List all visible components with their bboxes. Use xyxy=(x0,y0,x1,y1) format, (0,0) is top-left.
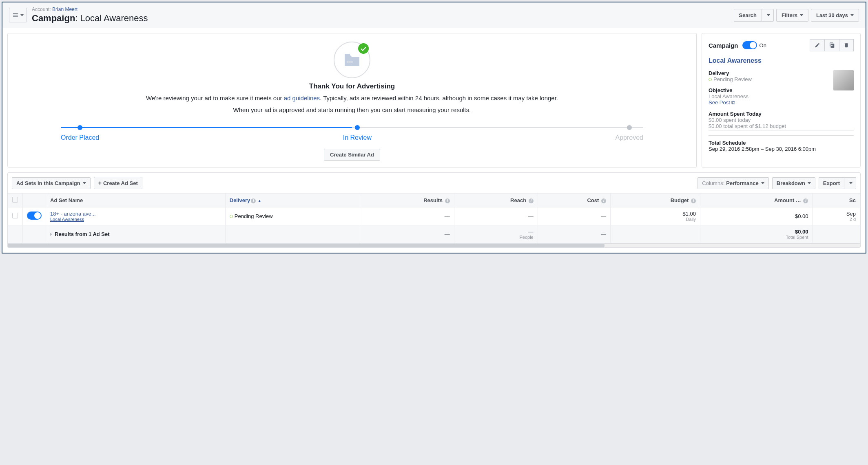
info-icon: i xyxy=(251,198,256,203)
col-budget[interactable]: Budget i xyxy=(610,194,700,207)
spent-total: $0.00 total spent of $1.12 budget xyxy=(709,123,854,130)
svg-rect-0 xyxy=(13,13,17,13)
sort-up-icon: ▲ xyxy=(257,198,261,203)
edit-button[interactable] xyxy=(810,39,824,51)
thank-you-title: Thank You for Advertising xyxy=(20,82,684,90)
col-delivery[interactable]: Deliveryi▲ xyxy=(225,194,362,207)
step-order-placed: Order Placed xyxy=(61,125,99,141)
export-button[interactable]: Export xyxy=(819,177,844,189)
columns-dropdown[interactable]: Columns:Performance xyxy=(698,177,768,189)
adsets-dropdown[interactable]: Ad Sets in this Campaign xyxy=(12,177,91,189)
caret-down-icon xyxy=(767,14,770,16)
summary-results: — xyxy=(362,225,454,243)
info-icon: i xyxy=(601,198,606,203)
row-amount: $0.00 xyxy=(700,207,813,225)
campaign-status: On xyxy=(760,42,766,48)
check-badge-icon xyxy=(358,43,369,54)
export-dropdown[interactable] xyxy=(844,177,856,189)
side-campaign-label: Campaign xyxy=(709,42,738,49)
search-button[interactable]: Search xyxy=(734,9,762,22)
caret-down-icon xyxy=(850,14,854,16)
campaign-side-panel: Campaign On Local Awareness Delivery Pen… xyxy=(702,33,861,167)
row-schedule: Sep2 d xyxy=(813,207,860,225)
external-icon: ⧉ xyxy=(731,99,735,106)
see-post-link[interactable]: See Post ⧉ xyxy=(709,99,735,106)
col-cost[interactable]: Cost i xyxy=(538,194,610,207)
svg-point-3 xyxy=(17,13,18,14)
campaign-name-link[interactable]: Local Awareness xyxy=(709,57,854,64)
caret-down-icon xyxy=(83,182,86,184)
menu-button[interactable] xyxy=(9,8,27,22)
adset-table: Ad Set Name Deliveryi▲ Results i Reach i… xyxy=(8,193,860,243)
col-results[interactable]: Results i xyxy=(362,194,454,207)
review-panel: Thank You for Advertising We're reviewin… xyxy=(7,33,697,167)
info-icon: i xyxy=(803,198,808,203)
adset-name-link[interactable]: 18+ - arizona ave... xyxy=(50,211,96,217)
spent-today: $0.00 spent today xyxy=(709,117,854,123)
svg-point-4 xyxy=(17,15,18,15)
caret-down-icon xyxy=(761,182,764,184)
delivery-value: Pending Review xyxy=(709,76,854,82)
row-cost: — xyxy=(538,207,610,225)
summary-label[interactable]: Results from 1 Ad Set xyxy=(46,225,226,243)
row-reach: — xyxy=(454,207,538,225)
info-icon: i xyxy=(691,198,696,203)
trash-icon xyxy=(844,42,849,48)
objective-label: Objective xyxy=(709,87,854,93)
campaign-toggle[interactable] xyxy=(742,41,757,49)
table-row: 18+ - arizona ave... Local Awareness Pen… xyxy=(8,207,860,225)
caret-down-icon xyxy=(20,14,24,16)
breakdown-dropdown[interactable]: Breakdown xyxy=(772,177,815,189)
folder-icon xyxy=(344,53,360,67)
step-in-review: In Review xyxy=(343,125,372,141)
col-schedule[interactable]: Sc xyxy=(813,194,860,207)
create-similar-ad-button[interactable]: Create Similar Ad xyxy=(324,149,380,161)
col-amount[interactable]: Amount … i xyxy=(700,194,813,207)
col-name[interactable]: Ad Set Name xyxy=(46,194,226,207)
progress-bar: Order Placed In Review Approved xyxy=(61,125,643,141)
delete-button[interactable] xyxy=(839,39,854,51)
row-delivery: Pending Review xyxy=(225,207,362,225)
svg-point-8 xyxy=(352,62,353,63)
row-toggle[interactable] xyxy=(27,212,42,220)
svg-rect-1 xyxy=(13,15,17,15)
create-adset-button[interactable]: +Create Ad Set xyxy=(94,177,142,189)
schedule-value: Sep 29, 2016 2:58pm – Sep 30, 2016 6:00p… xyxy=(709,146,854,152)
campaign-thumbnail xyxy=(833,70,854,90)
info-icon: i xyxy=(445,198,450,203)
info-icon: i xyxy=(529,198,534,203)
ad-guidelines-link[interactable]: ad guidelines xyxy=(284,95,320,101)
top-bar: Account: Brian Meert Campaign: Local Awa… xyxy=(2,2,866,28)
summary-reach: —People xyxy=(454,225,538,243)
date-range-button[interactable]: Last 30 days xyxy=(811,9,859,22)
folder-check-icon xyxy=(334,42,370,78)
step-approved: Approved xyxy=(615,125,643,141)
svg-point-5 xyxy=(17,16,18,17)
caret-down-icon xyxy=(800,14,803,16)
col-reach[interactable]: Reach i xyxy=(454,194,538,207)
adset-campaign-link[interactable]: Local Awareness xyxy=(50,217,221,222)
status-dot-icon xyxy=(230,215,233,218)
summary-cost: — xyxy=(538,225,610,243)
review-text-1: We're reviewing your ad to make sure it … xyxy=(20,94,684,103)
objective-value: Local Awareness xyxy=(709,93,854,99)
filters-button[interactable]: Filters xyxy=(776,9,808,22)
delivery-label: Delivery xyxy=(709,70,854,76)
select-all-checkbox[interactable] xyxy=(12,197,18,203)
scrollbar-thumb[interactable] xyxy=(8,244,604,247)
caret-down-icon xyxy=(808,182,811,184)
schedule-label: Total Schedule xyxy=(709,140,854,146)
expand-icon xyxy=(50,233,52,236)
svg-point-7 xyxy=(350,62,351,63)
account-link[interactable]: Brian Meert xyxy=(52,7,78,12)
row-budget: $1.00Daily xyxy=(610,207,700,225)
horizontal-scrollbar[interactable] xyxy=(8,243,860,247)
duplicate-icon xyxy=(829,42,835,48)
duplicate-button[interactable] xyxy=(824,39,839,51)
adset-table-panel: Ad Sets in this Campaign +Create Ad Set … xyxy=(7,172,861,248)
pencil-icon xyxy=(815,42,820,48)
search-dropdown[interactable] xyxy=(762,9,774,22)
row-checkbox[interactable] xyxy=(12,213,18,218)
caret-down-icon xyxy=(849,182,852,184)
svg-rect-2 xyxy=(13,16,17,17)
